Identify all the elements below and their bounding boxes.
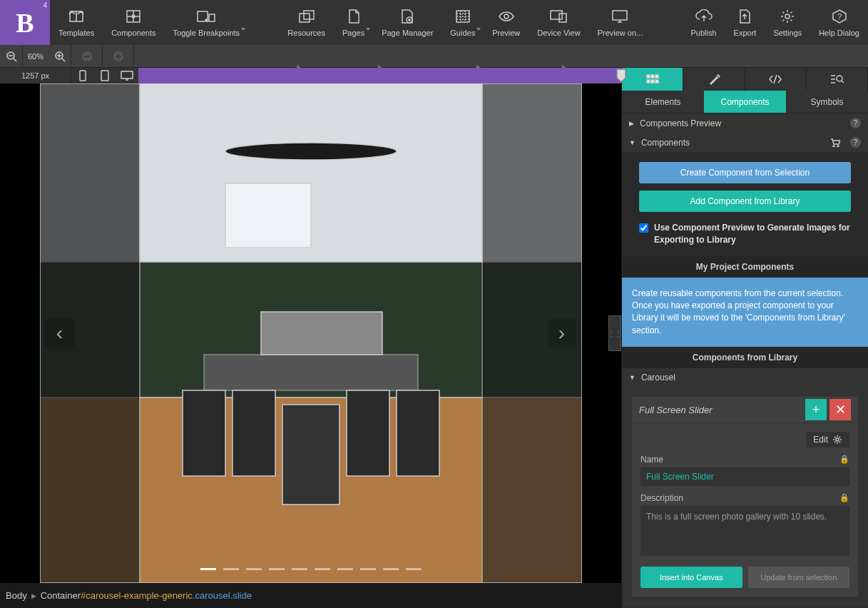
canvas-viewport[interactable]: ‹ › ⋮⋮ bbox=[0, 83, 621, 583]
device-desktop-icon[interactable] bbox=[116, 68, 138, 83]
publish-button[interactable]: Publish bbox=[683, 0, 725, 45]
svg-text:?: ? bbox=[837, 12, 842, 21]
carousel-dot[interactable] bbox=[337, 568, 353, 570]
resources-button[interactable]: Resources bbox=[279, 0, 334, 45]
svg-rect-30 bbox=[183, 390, 225, 476]
preview-on-button[interactable]: Preview on... bbox=[589, 0, 652, 45]
zoom-in-magnifier[interactable] bbox=[48, 45, 71, 68]
zoom-plus-button[interactable] bbox=[103, 45, 134, 68]
preview-button[interactable]: Preview bbox=[484, 0, 529, 45]
ruler-handle-icon[interactable] bbox=[616, 68, 627, 83]
zoom-minus-button[interactable] bbox=[71, 45, 103, 68]
settings-button[interactable]: Settings bbox=[765, 0, 810, 45]
preview-label: Preview bbox=[492, 29, 520, 37]
export-button[interactable]: Export bbox=[725, 0, 765, 45]
component-description-input[interactable] bbox=[640, 506, 849, 556]
svg-rect-40 bbox=[655, 80, 658, 83]
carousel-prev-button[interactable]: ‹ bbox=[46, 319, 74, 348]
add-component-button[interactable]: Add Component from Library bbox=[639, 191, 851, 212]
page-manager-button[interactable]: Page Manager bbox=[373, 0, 441, 45]
svg-point-8 bbox=[504, 14, 509, 19]
help-icon[interactable]: ? bbox=[850, 118, 861, 128]
svg-point-43 bbox=[837, 146, 839, 147]
help-label: Help Dialog bbox=[819, 29, 859, 37]
triangle-right-icon: ▶ bbox=[629, 120, 634, 127]
app-logo[interactable]: B 4 bbox=[0, 0, 50, 45]
carousel-dot[interactable] bbox=[246, 568, 262, 570]
templates-button[interactable]: Templates bbox=[50, 0, 103, 45]
component-delete-button[interactable]: ✕ bbox=[829, 399, 851, 420]
page-manager-label: Page Manager bbox=[382, 29, 433, 37]
canvas-page[interactable]: ‹ › bbox=[40, 83, 582, 583]
svg-rect-11 bbox=[613, 11, 627, 20]
svg-rect-38 bbox=[647, 80, 650, 83]
section-components[interactable]: ▼ Components ? bbox=[622, 133, 868, 152]
use-preview-checkbox[interactable] bbox=[639, 223, 648, 233]
breadcrumb-container[interactable]: Container#carousel-example-generic.carou… bbox=[41, 590, 252, 601]
guides-label: Guides bbox=[450, 29, 475, 37]
create-component-button[interactable]: Create Component from Selection bbox=[639, 162, 851, 183]
carousel-next-button[interactable]: › bbox=[548, 319, 576, 348]
description-field-label: Description bbox=[640, 493, 683, 503]
components-button[interactable]: Components bbox=[103, 0, 164, 45]
carousel-dot[interactable] bbox=[292, 568, 307, 570]
section-components-preview[interactable]: ▶ Components Preview ? bbox=[622, 113, 868, 133]
breakpoint-ruler[interactable] bbox=[138, 68, 621, 83]
section-label: Components Preview bbox=[640, 118, 721, 128]
device-phone-icon[interactable] bbox=[71, 68, 93, 83]
svg-rect-19 bbox=[101, 71, 108, 81]
pages-button[interactable]: Pages bbox=[334, 0, 373, 45]
resources-label: Resources bbox=[287, 29, 325, 37]
triangle-down-icon: ▼ bbox=[629, 139, 635, 146]
insert-into-canvas-button[interactable]: Insert into Canvas bbox=[640, 567, 742, 588]
settings-label: Settings bbox=[773, 29, 802, 37]
my-project-components-title: My Project Components bbox=[622, 256, 868, 278]
device-view-button[interactable]: Device View bbox=[529, 0, 588, 45]
carousel-dot[interactable] bbox=[200, 568, 216, 570]
carousel-indicators[interactable] bbox=[200, 568, 422, 570]
tab-symbols[interactable]: Symbols bbox=[786, 91, 868, 113]
canvas-resize-handle[interactable]: ⋮⋮ bbox=[608, 315, 621, 351]
carousel-dot[interactable] bbox=[223, 568, 239, 570]
preview-on-label: Preview on... bbox=[598, 29, 643, 37]
carousel-dot[interactable] bbox=[383, 568, 399, 570]
ruler-row: 1257 px bbox=[0, 68, 621, 83]
svg-rect-28 bbox=[204, 355, 418, 390]
carousel-dot[interactable] bbox=[315, 568, 330, 570]
carousel-dot[interactable] bbox=[269, 568, 285, 570]
components-label: Components bbox=[111, 29, 155, 37]
svg-point-26 bbox=[225, 143, 397, 160]
svg-rect-33 bbox=[397, 390, 439, 476]
section-carousel[interactable]: ▼ Carousel bbox=[622, 368, 868, 387]
carousel-dot[interactable] bbox=[360, 568, 376, 570]
name-field-label: Name bbox=[640, 455, 663, 465]
component-add-button[interactable]: + bbox=[805, 399, 827, 420]
svg-rect-34 bbox=[282, 405, 339, 505]
help-icon[interactable]: ? bbox=[850, 137, 861, 148]
info-message: Create reusable components from the curr… bbox=[622, 278, 868, 348]
monitor-icon bbox=[610, 8, 630, 25]
tab-components[interactable]: Components bbox=[704, 91, 786, 113]
zoom-out-magnifier[interactable] bbox=[0, 45, 23, 68]
update-from-selection-button[interactable]: Update from selection bbox=[748, 567, 850, 588]
breakpoints-label: Toggle Breakpoints bbox=[173, 29, 240, 37]
top-toolbar: B 4 Templates Components Toggle Breakpoi… bbox=[0, 0, 868, 45]
breadcrumb: Body ▶ Container#carousel-example-generi… bbox=[0, 583, 621, 608]
toggle-breakpoints-button[interactable]: Toggle Breakpoints bbox=[165, 0, 249, 45]
svg-rect-27 bbox=[225, 183, 311, 248]
carousel-dot[interactable] bbox=[406, 568, 422, 570]
device-tablet-icon[interactable] bbox=[93, 68, 116, 83]
tab-elements[interactable]: Elements bbox=[622, 91, 704, 113]
breadcrumb-body[interactable]: Body bbox=[6, 590, 27, 601]
component-title: Full Screen Slider bbox=[639, 405, 805, 415]
templates-label: Templates bbox=[58, 29, 94, 37]
cart-icon[interactable] bbox=[829, 137, 840, 148]
lock-icon: 🔒 bbox=[839, 455, 849, 464]
chevron-right-icon: ▶ bbox=[31, 592, 36, 599]
component-name-input[interactable] bbox=[640, 467, 849, 486]
caret-icon bbox=[366, 28, 370, 31]
guides-button[interactable]: Guides bbox=[441, 0, 484, 45]
svg-rect-18 bbox=[80, 71, 86, 81]
component-edit-button[interactable]: Edit bbox=[806, 432, 849, 447]
help-button[interactable]: ? Help Dialog bbox=[810, 0, 868, 45]
